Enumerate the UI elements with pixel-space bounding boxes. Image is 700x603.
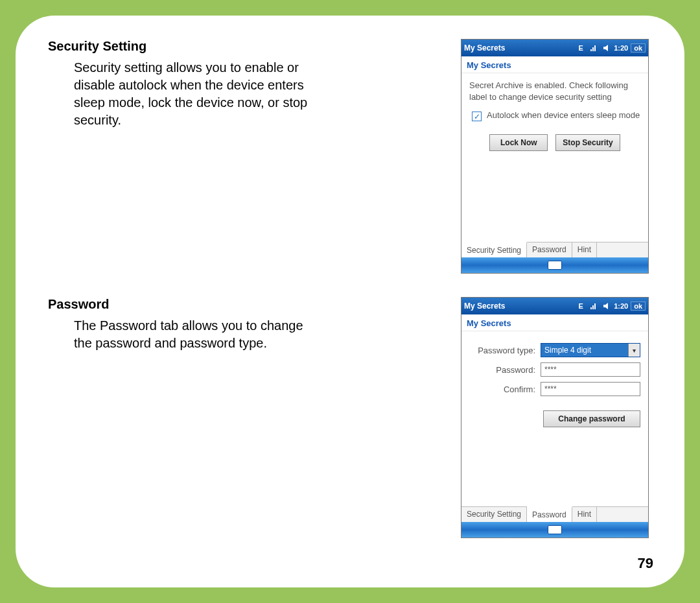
edge-icon: E	[575, 42, 587, 54]
device-body: Password type: Simple 4 digit ▾ Password…	[461, 331, 648, 506]
password-type-select[interactable]: Simple 4 digit ▾	[541, 343, 640, 357]
tab-bar: Security Setting Password Hint	[461, 506, 648, 522]
password-type-value: Simple 4 digit	[544, 346, 591, 355]
tab-password[interactable]: Password	[527, 242, 572, 257]
sound-icon	[601, 300, 612, 312]
section-security-setting: Security Setting Security setting allows…	[48, 39, 652, 274]
heading-security-setting: Security Setting	[48, 39, 438, 54]
heading-password: Password	[48, 297, 438, 312]
app-title: My Secrets	[464, 43, 574, 53]
clock-text: 1:20	[614, 42, 628, 54]
edge-icon: E	[575, 300, 587, 312]
password-row: Password: ****	[469, 362, 640, 377]
device-screenshot-2: My Secrets E 1:20 ok My Secrets Password…	[461, 297, 649, 538]
device-body: Secret Archive is enabled. Check followi…	[461, 73, 648, 242]
change-password-button[interactable]: Change password	[543, 410, 640, 427]
lock-now-button[interactable]: Lock Now	[489, 134, 548, 151]
confirm-value: ****	[544, 384, 557, 394]
signal-icon	[588, 42, 600, 54]
bottom-bar	[461, 522, 648, 538]
tab-hint[interactable]: Hint	[572, 507, 597, 522]
manual-page: Security Setting Security setting allows…	[16, 16, 684, 587]
text-column: Password The Password tab allows you to …	[48, 297, 438, 538]
signal-icon	[588, 300, 600, 312]
section-password: Password The Password tab allows you to …	[48, 297, 652, 538]
password-input[interactable]: ****	[541, 362, 640, 377]
password-label: Password:	[469, 365, 541, 375]
device-titlebar: My Secrets E 1:20 ok	[461, 40, 648, 56]
info-text: Secret Archive is enabled. Check followi…	[469, 80, 640, 102]
chevron-down-icon[interactable]: ▾	[628, 344, 640, 357]
password-value: ****	[544, 365, 557, 374]
confirm-input[interactable]: ****	[541, 382, 640, 396]
tab-security-setting[interactable]: Security Setting	[461, 242, 527, 257]
checkbox-icon[interactable]: ✓	[472, 112, 482, 121]
screenshot-column: My Secrets E 1:20 ok My Secrets Secret A…	[458, 39, 652, 274]
screenshot-column: My Secrets E 1:20 ok My Secrets Password…	[458, 297, 652, 538]
body-password: The Password tab allows you to change th…	[48, 317, 320, 352]
confirm-row: Confirm: ****	[469, 382, 640, 396]
ok-button[interactable]: ok	[631, 43, 646, 53]
tab-bar: Security Setting Password Hint	[461, 242, 648, 257]
confirm-label: Confirm:	[469, 384, 541, 394]
subheader: My Secrets	[461, 314, 648, 331]
button-row: Lock Now Stop Security	[469, 134, 640, 151]
sound-icon	[601, 42, 612, 54]
password-type-label: Password type:	[469, 346, 541, 355]
tab-hint[interactable]: Hint	[572, 242, 597, 257]
stop-security-button[interactable]: Stop Security	[555, 134, 620, 151]
checkbox-label: Autolock when device enters sleep mode	[487, 110, 640, 121]
device-titlebar: My Secrets E 1:20 ok	[461, 298, 648, 314]
body-security-setting: Security setting allows you to enable or…	[48, 59, 320, 129]
text-column: Security Setting Security setting allows…	[48, 39, 438, 274]
keyboard-icon[interactable]	[548, 525, 562, 534]
ok-button[interactable]: ok	[631, 302, 646, 311]
tab-password[interactable]: Password	[527, 506, 572, 522]
page-number: 79	[638, 555, 653, 572]
password-type-row: Password type: Simple 4 digit ▾	[469, 343, 640, 357]
keyboard-icon[interactable]	[548, 261, 562, 270]
tab-security-setting[interactable]: Security Setting	[461, 507, 527, 522]
change-row: Change password	[469, 410, 640, 427]
autolock-checkbox-row[interactable]: ✓ Autolock when device enters sleep mode	[472, 110, 640, 121]
device-screenshot-1: My Secrets E 1:20 ok My Secrets Secret A…	[461, 39, 649, 274]
subheader: My Secrets	[461, 56, 648, 73]
bottom-bar	[461, 257, 648, 273]
app-title: My Secrets	[464, 302, 574, 311]
clock-text: 1:20	[614, 300, 628, 312]
